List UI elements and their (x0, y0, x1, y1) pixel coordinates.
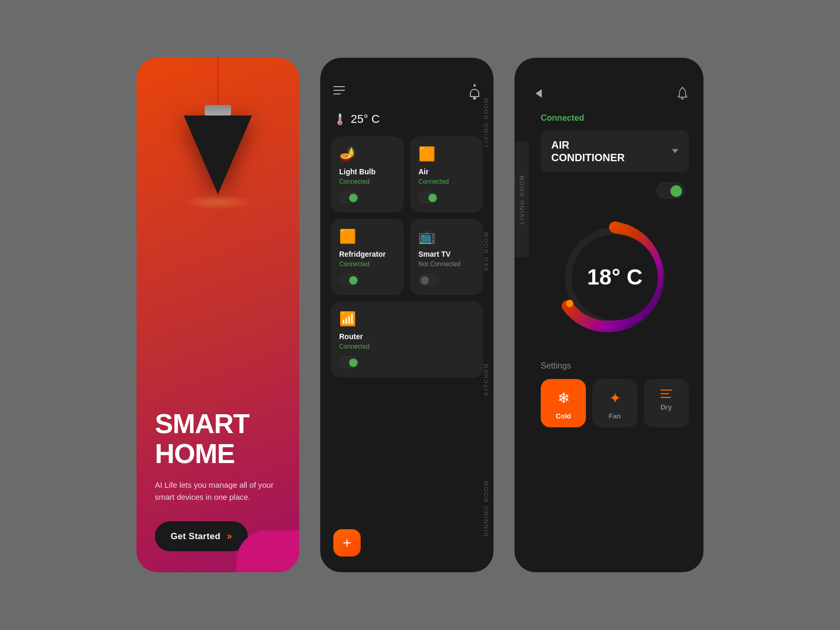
wind-line-2 (660, 393, 669, 394)
temperature-gauge: 18° C (541, 214, 689, 340)
bell-clapper (473, 97, 476, 100)
devices-row-3: 📶 Router Connected (331, 301, 483, 377)
air-status: Connected (418, 178, 475, 185)
bell-body (470, 89, 479, 97)
living-room-label: LIVING ROOM (483, 97, 489, 147)
ac-main-content: Connected AIR CONDITIONER (514, 113, 704, 572)
device-card-light-bulb[interactable]: 🪔 Light Bulb Connected (331, 136, 404, 213)
wind-line-1 (660, 390, 672, 391)
dining-room-label: DINNING ROOM (483, 480, 489, 537)
screen-ac-control: LIVING ROOM Connected AIR CONDITIONER (514, 58, 704, 572)
power-toggle[interactable] (656, 183, 685, 198)
toggle-knob (349, 276, 358, 285)
kitchen-label: KITCHEN (483, 363, 489, 395)
router-status: Connected (339, 343, 475, 350)
bell-top (474, 84, 476, 87)
lamp-cap (205, 105, 231, 116)
ac-notification-icon[interactable] (676, 87, 689, 100)
screen-devices: 🌡️ 25° C 🪔 Light Bulb Connected 🟧 Air Co… (320, 58, 494, 572)
fan-icon: ✦ (609, 390, 621, 407)
device-grid: 🪔 Light Bulb Connected 🟧 Air Connected 🟧 (320, 136, 494, 572)
room-label-living: LIVING ROOM (479, 58, 494, 186)
settings-section: Settings ❄ Cold ✦ Fan (541, 361, 689, 443)
lamp-area (136, 58, 299, 398)
fridge-name: Refridgerator (339, 250, 395, 258)
devices-row-2: 🟧 Refridgerator Connected 📺 Smart TV Not… (331, 219, 483, 295)
hamburger-line-3 (333, 93, 341, 94)
power-toggle-row (541, 183, 689, 198)
fridge-status: Connected (339, 260, 395, 268)
room-strip-label: LIVING ROOM (519, 174, 525, 224)
toggle-knob (421, 276, 429, 285)
air-name: Air (418, 167, 475, 176)
air-toggle[interactable] (418, 192, 438, 203)
device-card-smart-tv[interactable]: 📺 Smart TV Not Connected (410, 219, 483, 295)
lamp-cord (217, 58, 218, 110)
cold-button[interactable]: ❄ Cold (541, 379, 586, 427)
bell-svg (677, 87, 688, 100)
router-name: Router (339, 332, 475, 341)
selected-device-name: AIR CONDITIONER (551, 139, 625, 164)
back-arrow-icon (536, 89, 542, 98)
subtitle-text: AI Life lets you manage all of your smar… (155, 479, 281, 503)
ac-header (514, 58, 704, 113)
back-button[interactable] (529, 84, 548, 103)
svg-point-3 (566, 300, 573, 307)
menu-icon[interactable] (333, 86, 345, 94)
temp-display: 18° C (587, 265, 643, 290)
dry-button[interactable]: Dry (644, 379, 689, 427)
ac-temperature: 18° C (587, 265, 643, 289)
device-selector-dropdown[interactable]: AIR CONDITIONER (541, 130, 689, 172)
tv-status: Not Connected (418, 260, 475, 268)
settings-buttons-row: ❄ Cold ✦ Fan Dry (541, 379, 689, 427)
fridge-icon: 🟧 (339, 228, 395, 245)
lamp-shade (184, 116, 252, 194)
snowflake-icon: ❄ (558, 390, 570, 407)
room-label-kitchen: KITCHEN (479, 315, 494, 444)
temperature-display: 🌡️ 25° C (320, 107, 494, 136)
ac-connected-label: Connected (541, 113, 689, 123)
wind-line-3 (660, 397, 671, 398)
light-bulb-toggle[interactable] (339, 192, 359, 203)
air-icon: 🟧 (418, 146, 475, 162)
lamp-glow (184, 194, 252, 210)
add-device-button[interactable]: + (333, 529, 361, 556)
power-toggle-knob (670, 185, 682, 197)
lamp-housing (184, 105, 252, 194)
router-icon: 📶 (339, 311, 475, 327)
arrow-icon: » (227, 531, 232, 542)
get-started-label: Get Started (171, 531, 220, 542)
screen-intro: SMART HOME AI Life lets you manage all o… (136, 58, 299, 572)
device-card-refrigerator[interactable]: 🟧 Refridgerator Connected (331, 219, 404, 295)
tv-toggle[interactable] (418, 274, 438, 286)
thermometer-icon: 🌡️ (333, 113, 346, 125)
toggle-knob (428, 194, 437, 202)
settings-label: Settings (541, 361, 689, 371)
tv-icon: 📺 (418, 228, 475, 245)
toggle-knob (349, 359, 358, 367)
room-label-bed: BED ROOM (479, 186, 494, 315)
device-card-router[interactable]: 📶 Router Connected (331, 301, 483, 377)
router-toggle[interactable] (339, 356, 359, 368)
bed-room-label: BED ROOM (483, 231, 489, 271)
toggle-knob (349, 194, 358, 202)
device-card-air[interactable]: 🟧 Air Connected (410, 136, 483, 213)
main-title: SMART HOME (155, 409, 281, 469)
devices-row-1: 🪔 Light Bulb Connected 🟧 Air Connected (331, 136, 483, 213)
dry-label: Dry (660, 403, 672, 411)
living-room-strip: LIVING ROOM (514, 142, 529, 257)
plus-icon: + (343, 536, 351, 550)
get-started-button[interactable]: Get Started » (155, 521, 248, 551)
fridge-toggle[interactable] (339, 274, 359, 286)
wind-icon (660, 390, 672, 398)
hamburger-line-1 (333, 86, 345, 87)
hamburger-line-2 (333, 90, 345, 91)
tv-name: Smart TV (418, 250, 475, 258)
fan-label: Fan (608, 412, 621, 420)
fan-button[interactable]: ✦ Fan (592, 379, 637, 427)
cold-label: Cold (556, 412, 571, 420)
chevron-down-icon (672, 149, 678, 153)
temp-value: 25° C (351, 112, 380, 126)
room-labels-strip: LIVING ROOM BED ROOM KITCHEN DINNING ROO… (479, 58, 494, 572)
light-bulb-name: Light Bulb (339, 167, 395, 176)
